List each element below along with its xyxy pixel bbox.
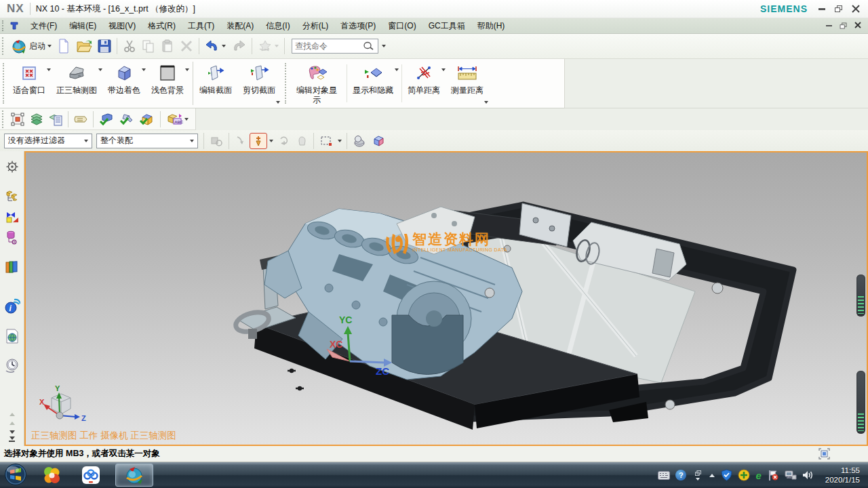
menu-window[interactable]: 窗口(O): [382, 18, 422, 34]
paste-button[interactable]: [158, 37, 177, 55]
chevron-down-icon[interactable]: [484, 101, 488, 104]
menu-edit[interactable]: 编辑(E): [63, 18, 102, 34]
constraint-navigator-icon[interactable]: [2, 207, 22, 227]
object-name-display-button[interactable]: ABC: [163, 110, 191, 128]
menu-help[interactable]: 帮助(H): [471, 18, 511, 34]
redo-button[interactable]: [229, 37, 249, 55]
restore-icon[interactable]: [835, 5, 842, 12]
delete-button[interactable]: [177, 37, 196, 55]
snap-point-button[interactable]: [250, 134, 267, 148]
reuse-library-icon[interactable]: [2, 257, 22, 277]
shaded-with-edges-button[interactable]: 带边着色: [104, 59, 147, 108]
chevron-down-icon[interactable]: [98, 68, 102, 71]
new-file-button[interactable]: [54, 37, 73, 56]
web-page-icon[interactable]: [2, 326, 22, 346]
scroll-up-icon[interactable]: [9, 422, 15, 425]
move-component-button[interactable]: [117, 110, 137, 128]
action-center-flag-icon[interactable]: [767, 469, 779, 481]
taskbar-clock[interactable]: 11:55 2020/1/15: [820, 466, 863, 485]
network-icon[interactable]: [785, 469, 797, 481]
toolbar-grip[interactable]: [3, 63, 6, 104]
tray-restore-icon[interactable]: [692, 469, 704, 481]
search-icon[interactable]: [363, 41, 374, 52]
child-close-icon[interactable]: [854, 21, 861, 30]
help-tray-icon[interactable]: ?: [675, 470, 686, 481]
layer-stack-button[interactable]: [27, 110, 46, 128]
show-hidden-icons[interactable]: [709, 474, 715, 477]
close-icon[interactable]: [852, 5, 860, 13]
chevron-down-icon[interactable]: [47, 68, 51, 71]
antivirus-plus-icon[interactable]: [738, 469, 750, 481]
toolbar-grip[interactable]: [285, 63, 288, 104]
browser-e-icon[interactable]: e: [755, 470, 761, 481]
snap-point-prev-button[interactable]: [233, 134, 249, 148]
start-menu-button[interactable]: 启动: [8, 36, 54, 56]
rotate-point-button[interactable]: [276, 134, 292, 148]
search-input[interactable]: [295, 41, 363, 51]
child-restore-icon[interactable]: [840, 23, 847, 29]
chevron-down-icon[interactable]: [441, 68, 446, 71]
open-file-button[interactable]: [73, 37, 95, 55]
taskbar-app-netdisk[interactable]: [76, 464, 106, 487]
toolbar-grip[interactable]: [2, 37, 5, 55]
minimize-icon[interactable]: [818, 8, 825, 10]
touch-gesture-button[interactable]: [255, 37, 281, 55]
part-navigator-icon[interactable]: [2, 227, 22, 247]
menu-assemblies[interactable]: 装配(A): [220, 18, 260, 34]
chevron-down-icon[interactable]: [276, 101, 280, 104]
fit-window-button[interactable]: 适合窗口: [9, 59, 52, 108]
volume-icon[interactable]: [802, 469, 814, 481]
selection-filter-combo[interactable]: 没有选择过滤器: [4, 134, 92, 148]
taskbar-app-nx[interactable]: [115, 464, 153, 487]
scroll-up-icon[interactable]: [9, 413, 15, 416]
clip-section-button[interactable]: 剪切截面: [239, 59, 282, 108]
command-finder[interactable]: [292, 39, 378, 54]
selection-preview-icon[interactable]: [818, 448, 830, 460]
undo-button[interactable]: [202, 37, 229, 55]
roles-gear-icon[interactable]: [2, 157, 22, 177]
scroll-bottom-icon[interactable]: [9, 436, 15, 442]
menu-file[interactable]: 文件(F): [24, 18, 63, 34]
graphics-viewport[interactable]: XC YC ZC X Y Z: [24, 151, 868, 446]
copy-button[interactable]: [139, 37, 158, 55]
menu-analysis[interactable]: 分析(L): [296, 18, 335, 34]
assembly-cut-button[interactable]: [137, 110, 157, 128]
start-button[interactable]: [4, 463, 27, 488]
menu-gc-toolbox[interactable]: GC工具箱: [422, 18, 471, 34]
edit-section-button[interactable]: 编辑截面: [195, 59, 239, 108]
security-shield-icon[interactable]: [720, 469, 732, 481]
input-keyboard-icon[interactable]: [658, 469, 670, 481]
cut-button[interactable]: [120, 37, 139, 55]
shaded-display-button[interactable]: [351, 133, 368, 149]
chevron-down-icon[interactable]: [395, 68, 399, 71]
chevron-down-icon[interactable]: [184, 118, 189, 121]
selection-scope-combo[interactable]: 整个装配: [96, 134, 198, 148]
annotation-note-button[interactable]: [71, 111, 90, 127]
select-within-assembly-button[interactable]: [208, 133, 225, 149]
menu-format[interactable]: 格式(R): [142, 18, 182, 34]
save-button[interactable]: [95, 37, 114, 55]
menu-tools[interactable]: 工具(T): [182, 18, 220, 34]
light-background-button[interactable]: 浅色背景: [147, 59, 191, 108]
chevron-down-icon[interactable]: [338, 140, 342, 142]
menu-view[interactable]: 视图(V): [102, 18, 142, 34]
assembly-navigator-icon[interactable]: [2, 186, 22, 207]
toolbar-grip[interactable]: [2, 110, 5, 128]
internet-info-icon[interactable]: i: [2, 296, 22, 317]
marquee-select-button[interactable]: [317, 134, 335, 148]
menu-information[interactable]: 信息(I): [260, 18, 296, 34]
layer-settings-button[interactable]: [46, 110, 65, 128]
assembly-constraint-button[interactable]: [96, 110, 117, 128]
toolbar-grip[interactable]: [2, 20, 5, 31]
chevron-down-icon[interactable]: [382, 45, 386, 47]
chevron-down-icon[interactable]: [142, 68, 146, 71]
chevron-down-icon[interactable]: [269, 140, 273, 142]
select-object-button[interactable]: [8, 110, 27, 128]
chevron-down-icon[interactable]: [185, 68, 189, 71]
measure-distance-button[interactable]: 测量距离: [447, 59, 490, 108]
work-section-cube-button[interactable]: [370, 133, 387, 149]
taskbar-app-colored-balls[interactable]: [37, 464, 66, 487]
scroll-down-icon[interactable]: [9, 430, 15, 434]
menu-preferences[interactable]: 首选项(P): [334, 18, 382, 34]
show-and-hide-button[interactable]: 显示和隐藏: [349, 59, 400, 108]
